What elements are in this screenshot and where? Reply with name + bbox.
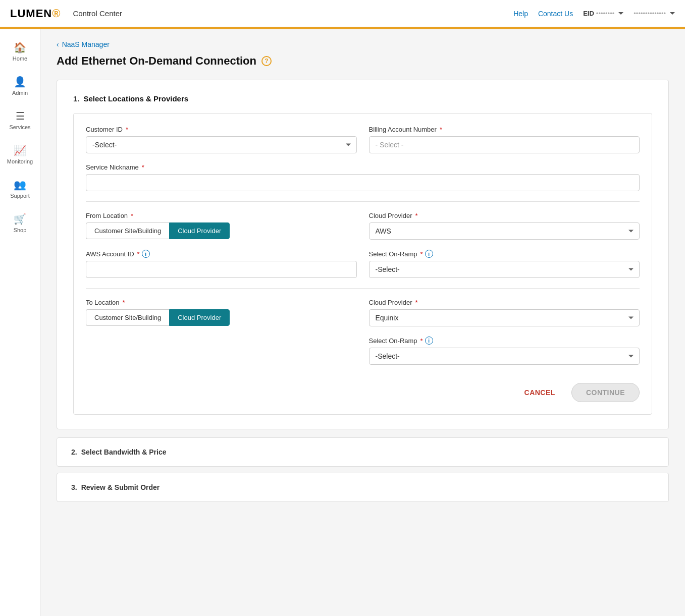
aws-account-id-label: AWS Account ID * i [86, 250, 357, 258]
page-title: Add Ethernet On-Demand Connection ? [57, 54, 669, 68]
divider-2 [86, 288, 640, 289]
to-cloud-provider-button[interactable]: Cloud Provider [169, 309, 230, 326]
form-row-2: Service Nickname * [86, 163, 640, 191]
step3-title-text: Review & Submit Order [81, 483, 160, 491]
admin-icon: 👤 [14, 76, 26, 88]
cloud-provider-to-group: Cloud Provider * Equinix AWS Azure GCP [369, 299, 640, 326]
from-location-btn-group: Customer Site/Building Cloud Provider [86, 222, 357, 239]
onramp-to-label: Select On-Ramp * i [369, 337, 640, 345]
help-link[interactable]: Help [513, 10, 528, 18]
sidebar-item-admin[interactable]: 👤 Admin [0, 71, 40, 101]
nickname-group: Service Nickname * [86, 163, 640, 191]
step2-title: 2. Select Bandwidth & Price [71, 448, 654, 456]
shop-icon: 🛒 [14, 213, 26, 225]
step2-title-text: Select Bandwidth & Price [81, 448, 167, 456]
sidebar: 🏠 Home 👤 Admin ☰ Services 📈 Monitoring 👥… [0, 28, 40, 616]
form-row-5: To Location * Customer Site/Building Clo… [86, 299, 640, 326]
form-row-6: Select On-Ramp * i -Select- [86, 337, 640, 365]
eid-label: EID [583, 10, 594, 17]
onramp-to-select-wrapper: -Select- [369, 348, 640, 365]
to-customer-site-button[interactable]: Customer Site/Building [86, 309, 169, 326]
onramp-from-select[interactable]: -Select- [369, 261, 640, 278]
continue-button[interactable]: CONTINUE [571, 383, 640, 402]
step3-number: 3. [71, 483, 77, 491]
aws-account-id-input[interactable] [86, 261, 357, 278]
customer-id-select[interactable]: -Select- [86, 136, 357, 153]
support-icon: 👥 [14, 179, 26, 191]
step1-number: 1. [73, 94, 80, 103]
step1-form: Customer ID * -Select- Billing Accoun [73, 113, 652, 415]
sidebar-label-services: Services [9, 124, 30, 130]
billing-required: * [440, 126, 442, 133]
cloud-provider-from-group: Cloud Provider * AWS Azure GCP Equinix [369, 212, 640, 240]
sidebar-item-services[interactable]: ☰ Services [0, 105, 40, 135]
cloud-provider-to-required: * [415, 299, 418, 306]
app-name: Control Center [73, 9, 122, 18]
to-location-required: * [123, 299, 125, 306]
cloud-provider-from-select-wrapper: AWS Azure GCP Equinix [369, 222, 640, 240]
logo: LUMEN® [10, 7, 61, 20]
step3-title: 3. Review & Submit Order [71, 483, 654, 491]
sidebar-item-home[interactable]: 🏠 Home [0, 36, 40, 67]
form-row-3: From Location * Customer Site/Building C… [86, 212, 640, 240]
sidebar-item-shop[interactable]: 🛒 Shop [0, 208, 40, 238]
services-icon: ☰ [16, 110, 25, 122]
cloud-provider-from-required: * [415, 212, 418, 219]
eid-section[interactable]: EID •••••••• [583, 10, 623, 17]
sidebar-label-support: Support [10, 193, 30, 199]
billing-input[interactable] [369, 136, 640, 153]
nickname-input[interactable] [86, 174, 640, 191]
eid-value: •••••••• [596, 10, 614, 17]
to-location-placeholder-group [86, 337, 357, 365]
to-location-label: To Location * [86, 299, 357, 306]
step1-card: 1. Select Locations & Providers Customer… [57, 80, 669, 429]
sidebar-item-monitoring[interactable]: 📈 Monitoring [0, 139, 40, 170]
help-circle-icon[interactable]: ? [261, 56, 272, 66]
to-location-group: To Location * Customer Site/Building Clo… [86, 299, 357, 326]
sidebar-label-home: Home [13, 55, 27, 62]
onramp-to-select[interactable]: -Select- [369, 348, 640, 365]
onramp-to-required: * [420, 337, 423, 345]
customer-id-required: * [126, 126, 128, 133]
sidebar-item-support[interactable]: 👥 Support [0, 174, 40, 204]
contact-us-link[interactable]: Contact Us [538, 10, 573, 18]
aws-info-icon[interactable]: i [142, 250, 150, 258]
account-section[interactable]: •••••••••••••• [634, 10, 675, 17]
account-value: •••••••••••••• [634, 10, 666, 17]
onramp-to-info-icon[interactable]: i [425, 337, 433, 345]
breadcrumb-link[interactable]: NaaS Manager [62, 40, 110, 48]
sidebar-label-admin: Admin [12, 90, 28, 96]
from-customer-site-button[interactable]: Customer Site/Building [86, 222, 169, 239]
to-location-btn-group: Customer Site/Building Cloud Provider [86, 309, 357, 326]
step2-number: 2. [71, 448, 77, 456]
step1-title: 1. Select Locations & Providers [73, 94, 652, 103]
onramp-from-select-wrapper: -Select- [369, 261, 640, 278]
from-location-label: From Location * [86, 212, 357, 219]
step1-title-text: Select Locations & Providers [84, 94, 189, 103]
sidebar-label-monitoring: Monitoring [7, 158, 33, 164]
aws-account-id-group: AWS Account ID * i [86, 250, 357, 278]
step3-section: 3. Review & Submit Order [57, 473, 669, 502]
from-cloud-provider-button[interactable]: Cloud Provider [169, 222, 230, 239]
nickname-required: * [142, 163, 144, 171]
customer-id-group: Customer ID * -Select- [86, 126, 357, 153]
form-row-4: AWS Account ID * i Select On-Ramp * i [86, 250, 640, 278]
cloud-provider-from-select[interactable]: AWS Azure GCP Equinix [369, 222, 640, 240]
cloud-provider-to-select[interactable]: Equinix AWS Azure GCP [369, 309, 640, 326]
onramp-from-label: Select On-Ramp * i [369, 250, 640, 258]
cancel-button[interactable]: CANCEL [516, 384, 563, 401]
onramp-to-group: Select On-Ramp * i -Select- [369, 337, 640, 365]
from-location-group: From Location * Customer Site/Building C… [86, 212, 357, 240]
onramp-from-info-icon[interactable]: i [425, 250, 433, 258]
nickname-label: Service Nickname * [86, 163, 640, 171]
billing-group: Billing Account Number * [369, 126, 640, 153]
customer-id-label: Customer ID * [86, 126, 357, 133]
form-actions: CANCEL CONTINUE [86, 375, 640, 402]
onramp-from-group: Select On-Ramp * i -Select- [369, 250, 640, 278]
step2-section: 2. Select Bandwidth & Price [57, 437, 669, 467]
cloud-provider-to-select-wrapper: Equinix AWS Azure GCP [369, 309, 640, 326]
breadcrumb-arrow-icon: ‹ [57, 40, 59, 48]
logo-text: LUMEN® [10, 7, 61, 20]
form-row-1: Customer ID * -Select- Billing Accoun [86, 126, 640, 153]
app-layout: 🏠 Home 👤 Admin ☰ Services 📈 Monitoring 👥… [0, 28, 685, 616]
